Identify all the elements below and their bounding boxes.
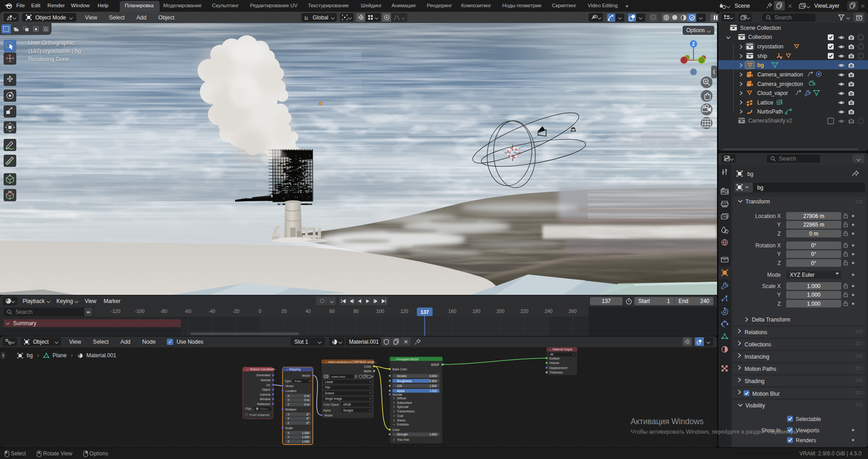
- svg-text:UV: UV: [266, 383, 271, 387]
- svg-text:0°: 0°: [811, 242, 816, 249]
- svg-text:Diffuse: Diffuse: [397, 397, 406, 400]
- svg-text:Y: Y: [777, 251, 781, 257]
- svg-text:sRGB: sRGB: [343, 403, 351, 406]
- svg-text:180: 180: [472, 308, 481, 314]
- svg-text:240: 240: [545, 308, 553, 314]
- svg-text:0 m: 0 m: [304, 403, 309, 406]
- svg-text:Vector: Vector: [285, 384, 294, 388]
- svg-text:Transform: Transform: [745, 199, 770, 205]
- svg-text:Lattice: Lattice: [757, 99, 774, 106]
- svg-text:Vector: Vector: [324, 414, 333, 417]
- svg-text:Z: Z: [288, 440, 289, 443]
- svg-text:Camera: Camera: [260, 393, 271, 396]
- svg-text:Location: Location: [285, 389, 297, 393]
- svg-text:Vector: Vector: [302, 374, 310, 377]
- svg-text:Roughness: Roughness: [397, 379, 411, 383]
- svg-text:Single Image: Single Image: [325, 397, 342, 401]
- svg-text:Window: Window: [260, 397, 271, 401]
- svg-text:Motion Paths: Motion Paths: [745, 366, 776, 372]
- svg-text:ship: ship: [757, 53, 767, 59]
- svg-text:IOR: IOR: [397, 384, 402, 388]
- svg-text:Delta Transform: Delta Transform: [752, 317, 790, 323]
- svg-text:Cloud_vapor: Cloud_vapor: [757, 90, 788, 96]
- svg-text:Scene Collection: Scene Collection: [740, 25, 781, 31]
- svg-text:Straight: Straight: [343, 409, 353, 412]
- svg-text:-80: -80: [160, 308, 167, 314]
- svg-text:Shading: Shading: [745, 378, 764, 384]
- svg-text:1.000: 1.000: [429, 389, 437, 393]
- svg-text:⌄ mario-verduzco-vrC96PIfkS0-u: ⌄ mario-verduzco-vrC96PIfkS0-unspl...: [325, 360, 377, 364]
- svg-text:Rotation: Rotation: [285, 408, 297, 411]
- svg-text:Alpha: Alpha: [323, 409, 331, 412]
- svg-text:Flat: Flat: [325, 386, 330, 389]
- svg-text:0 m: 0 m: [304, 398, 309, 402]
- svg-text:Z: Z: [778, 231, 781, 237]
- svg-text:Obje...: Obje...: [245, 407, 254, 411]
- svg-text:Visibility: Visibility: [745, 402, 765, 409]
- svg-text:bg: bg: [757, 62, 764, 68]
- svg-text:Type:: Type:: [284, 379, 292, 383]
- svg-text:Rotation X: Rotation X: [755, 242, 781, 249]
- svg-text:1.000: 1.000: [302, 431, 309, 435]
- svg-text:⌄ Texture Coordinate: ⌄ Texture Coordinate: [246, 368, 275, 371]
- svg-text:0°: 0°: [307, 413, 310, 416]
- svg-text:1.000: 1.000: [807, 283, 821, 289]
- svg-text:-20: -20: [232, 308, 239, 314]
- svg-text:Z: Z: [288, 403, 289, 406]
- svg-text:Alpha: Alpha: [363, 369, 371, 373]
- svg-text:-40: -40: [208, 308, 215, 314]
- svg-text:From Instancer: From Instancer: [250, 413, 270, 416]
- svg-text:Volume: Volume: [549, 361, 559, 364]
- svg-text:Subsurface: Subsurface: [397, 401, 412, 404]
- svg-text:All: All: [550, 353, 553, 356]
- svg-text:-100: -100: [135, 308, 144, 314]
- svg-text:Color: Color: [364, 365, 372, 368]
- svg-text:2: 2: [780, 56, 783, 60]
- svg-text:1.500: 1.500: [429, 384, 437, 388]
- svg-text:1.000: 1.000: [807, 292, 821, 298]
- svg-text:2: 2: [355, 375, 357, 378]
- svg-text:80: 80: [354, 308, 359, 314]
- svg-text:20: 20: [281, 308, 287, 314]
- svg-text:0: 0: [259, 308, 261, 314]
- svg-text:Z: Z: [778, 260, 781, 266]
- svg-text:cryostation: cryostation: [757, 43, 783, 50]
- svg-text:Object: Object: [260, 407, 268, 410]
- svg-text:0°: 0°: [307, 417, 310, 420]
- svg-text:⌄ Principled BSDF: ⌄ Principled BSDF: [393, 358, 419, 361]
- svg-text:Alpha: Alpha: [397, 389, 405, 393]
- svg-text:Specular: Specular: [397, 405, 409, 409]
- svg-text:1.000: 1.000: [302, 440, 309, 443]
- svg-text:Transmission: Transmission: [397, 410, 415, 413]
- svg-text:100: 100: [376, 308, 384, 314]
- svg-text:1.000: 1.000: [429, 433, 437, 436]
- svg-text:220: 220: [520, 308, 528, 314]
- svg-text:X: X: [288, 431, 290, 435]
- svg-text:Reflection: Reflection: [257, 402, 271, 406]
- svg-text:Surface: Surface: [549, 357, 560, 360]
- svg-text:X: X: [288, 394, 290, 397]
- svg-text:Z: Z: [288, 421, 289, 425]
- svg-text:Strength: Strength: [397, 433, 408, 436]
- svg-text:27806 m: 27806 m: [803, 213, 825, 219]
- svg-text:Coat: Coat: [397, 414, 403, 417]
- svg-text:160: 160: [448, 308, 457, 314]
- svg-text:NurbsPath: NurbsPath: [757, 109, 783, 115]
- svg-text:0 m: 0 m: [809, 231, 818, 237]
- svg-text:137: 137: [420, 309, 429, 315]
- svg-text:260: 260: [569, 308, 577, 314]
- svg-text:Generated: Generated: [256, 374, 270, 377]
- svg-text:0°: 0°: [307, 421, 310, 425]
- svg-text:Y: Y: [777, 292, 781, 298]
- svg-text:Linear: Linear: [325, 380, 334, 383]
- svg-text:bg: bg: [757, 185, 763, 191]
- svg-text:Renders: Renders: [796, 437, 816, 444]
- svg-text:Collections: Collections: [745, 341, 771, 348]
- svg-text:Object: Object: [262, 388, 270, 392]
- svg-text:Scale: Scale: [285, 426, 293, 430]
- svg-text:Location X: Location X: [755, 213, 781, 219]
- svg-text:bg: bg: [747, 171, 753, 177]
- svg-text:⌄ Mapping: ⌄ Mapping: [286, 368, 301, 371]
- svg-text:Normal: Normal: [261, 379, 271, 382]
- svg-text:Extend: Extend: [325, 392, 334, 395]
